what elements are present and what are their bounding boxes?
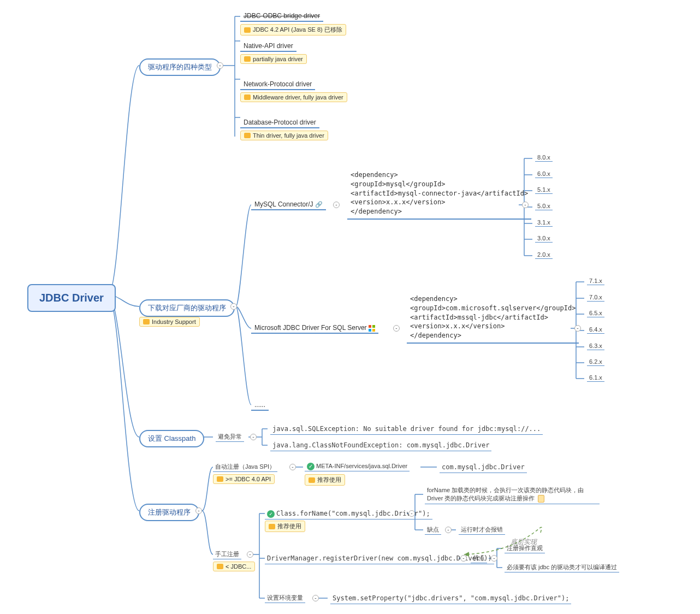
link-icon: 🔗 <box>315 201 323 208</box>
leaf-cons-label[interactable]: 缺点 <box>425 525 441 535</box>
leaf-mssql-driver[interactable]: Microsoft JDBC Driver For SQL Server <box>251 323 378 334</box>
note-database-protocol: Thin driver, fully java driver <box>240 131 328 140</box>
toggle-icon[interactable]: - <box>491 555 497 562</box>
svg-rect-0 <box>369 325 371 328</box>
note-icon <box>244 27 251 33</box>
note-network-protocol: Middleware driver, fully java driver <box>240 92 347 102</box>
leaf-env-code[interactable]: System.setProperty("jdbc.drivers", "com.… <box>330 593 571 604</box>
microsoft-icon <box>369 325 375 332</box>
svg-rect-1 <box>372 325 375 328</box>
leaf-pros-label[interactable]: 优点 <box>471 553 487 563</box>
leaf-database-protocol[interactable]: Database-Protocol driver <box>240 117 319 128</box>
leaf-version[interactable]: 5.0.x <box>535 202 553 210</box>
leaf-version[interactable]: 6.4.x <box>587 326 604 334</box>
leaf-class-forname[interactable]: ✓Class.forName("com.mysql.jdbc.Driver"); <box>265 509 432 519</box>
note-icon <box>309 477 315 483</box>
leaf-version[interactable]: 6.5.x <box>587 309 604 317</box>
leaf-version[interactable]: 6.3.x <box>587 342 604 350</box>
document-icon <box>538 495 544 503</box>
note-icon <box>244 95 251 100</box>
toggle-icon[interactable]: - <box>445 527 452 533</box>
note-native-api: partially java driver <box>240 54 307 64</box>
leaf-jdbc-odbc[interactable]: JDBC-ODBC bridge driver <box>240 11 323 22</box>
toggle-icon[interactable]: - <box>333 202 340 208</box>
leaf-version[interactable]: 6.1.x <box>587 374 604 382</box>
leaf-mysql-connector[interactable]: MySQL Connector/J🔗 <box>251 199 326 210</box>
branch-driver-types[interactable]: 驱动程序的四种类型 <box>139 58 221 76</box>
leaf-auto-register[interactable]: 自动注册（Java SPI） <box>213 462 277 472</box>
toggle-icon[interactable]: - <box>195 507 202 514</box>
leaf-sqlexception[interactable]: java.sql.SQLException: No suitable drive… <box>270 424 543 435</box>
leaf-more[interactable]: ...... <box>251 400 269 411</box>
note-icon <box>217 564 223 569</box>
note-icon <box>217 476 223 482</box>
leaf-version[interactable]: 8.0.x <box>535 154 553 162</box>
branch-classpath[interactable]: 设置 Classpath <box>139 430 204 447</box>
leaf-version[interactable]: 6.2.x <box>587 358 604 366</box>
leaf-version[interactable]: 7.1.x <box>587 277 604 285</box>
leaf-mysql-dependency[interactable]: <dependency> <groupId>mysql</groupId> <a… <box>347 169 531 220</box>
toggle-icon[interactable]: - <box>230 303 237 310</box>
leaf-manual-register[interactable]: 手工注册 <box>213 550 241 559</box>
leaf-env-var[interactable]: 设置环境变量 <box>265 593 305 603</box>
leaf-version[interactable]: 6.0.x <box>535 170 553 178</box>
note-recommend: 推荐使用 <box>305 474 345 486</box>
leaf-classnotfound[interactable]: java.lang.ClassNotFoundException: com.my… <box>270 440 491 451</box>
leaf-version[interactable]: 7.0.x <box>587 293 604 302</box>
svg-rect-2 <box>369 329 371 332</box>
leaf-driver-class[interactable]: com.mysql.jdbc.Driver <box>440 462 527 473</box>
toggle-icon[interactable]: - <box>408 510 415 517</box>
check-icon: ✓ <box>307 463 315 470</box>
branch-download-drivers[interactable]: 下载对应厂商的驱动程序 <box>139 299 235 317</box>
leaf-native-api[interactable]: Native-API driver <box>240 41 296 52</box>
toggle-icon[interactable]: - <box>250 434 257 440</box>
toggle-icon[interactable]: - <box>393 325 400 332</box>
leaf-forname-desc[interactable]: forName 加载类的时候，会执行一次该类的静态代码块，由 Driver 类的… <box>425 486 600 504</box>
toggle-icon[interactable]: - <box>522 202 529 208</box>
leaf-version[interactable]: 3.1.x <box>535 219 553 227</box>
root-node[interactable]: JDBC Driver <box>27 284 116 312</box>
leaf-mssql-dependency[interactable]: <dependency> <groupId>com.microsoft.sqls… <box>407 293 579 344</box>
toggle-icon[interactable]: - <box>312 595 319 601</box>
toggle-icon[interactable]: - <box>217 62 223 69</box>
leaf-register-driver[interactable]: DriverManager.registerDriver(new com.mys… <box>265 553 494 564</box>
branch-register-driver[interactable]: 注册驱动程序 <box>139 504 199 521</box>
note-recommend2: 推荐使用 <box>265 521 305 532</box>
leaf-version[interactable]: 2.0.x <box>535 251 553 259</box>
leaf-version[interactable]: 5.1.x <box>535 186 553 194</box>
note-industry-support: Industry Support <box>139 317 200 327</box>
leaf-network-protocol[interactable]: Network-Protocol driver <box>240 79 315 90</box>
note-jdbc-odbc: JDBC 4.2 API (Java SE 8) 已移除 <box>240 24 346 36</box>
leaf-cons-text[interactable]: 运行时才会报错 <box>459 525 505 535</box>
note-icon <box>244 56 251 62</box>
note-jdbc40: >= JDBC 4.0 API <box>213 474 275 484</box>
note-icon <box>143 319 150 324</box>
note-jdbc-less: < JDBC... <box>213 562 255 571</box>
leaf-pro2[interactable]: 必须要有该 jdbc 的驱动类才可以编译通过 <box>505 563 619 572</box>
svg-rect-3 <box>372 329 375 332</box>
leaf-version[interactable]: 3.0.x <box>535 234 553 243</box>
leaf-avoid-exception[interactable]: 避免异常 <box>216 432 244 442</box>
check-icon: ✓ <box>267 510 275 518</box>
label-underlying-impl: 底层实现 <box>511 538 537 547</box>
note-icon <box>269 524 275 529</box>
toggle-icon[interactable]: - <box>460 555 467 562</box>
toggle-icon[interactable]: - <box>289 464 296 470</box>
note-icon <box>244 133 251 138</box>
leaf-meta-inf[interactable]: ✓META-INF/services/java.sql.Driver <box>305 462 410 471</box>
toggle-icon[interactable]: - <box>247 551 253 558</box>
toggle-icon[interactable]: - <box>574 325 581 332</box>
